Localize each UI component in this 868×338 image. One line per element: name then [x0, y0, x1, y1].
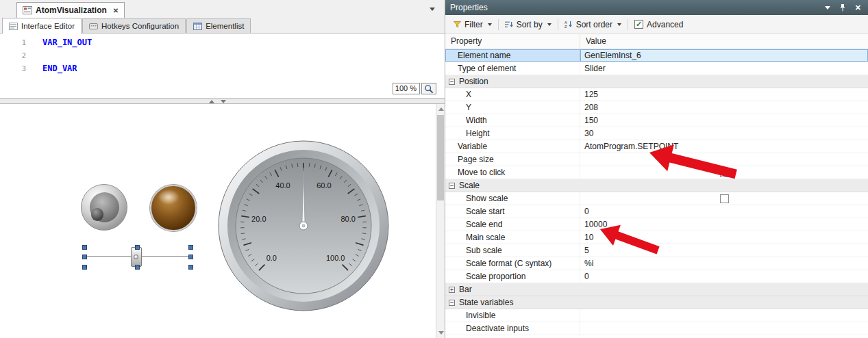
line-number: 1	[0, 36, 33, 49]
tab-interface-editor[interactable]: Interface Editor	[2, 18, 82, 34]
potentiometer-element[interactable]	[81, 184, 127, 231]
property-row[interactable]: Element nameGenElemInst_6	[445, 49, 868, 62]
properties-title-bar[interactable]: Properties ✕	[445, 0, 868, 15]
property-value[interactable]: GenElemInst_6	[580, 49, 868, 62]
selection-handle-bottom-left[interactable]	[82, 265, 87, 270]
collapse-up-icon[interactable]	[209, 100, 214, 103]
property-row[interactable]: Scale proportion0	[445, 270, 868, 283]
property-value[interactable]: 125	[580, 88, 868, 101]
advanced-toggle[interactable]: ✓ Advanced	[632, 20, 686, 29]
property-row[interactable]: Height30	[445, 127, 868, 140]
sort-order-az-icon: A Z	[565, 21, 573, 28]
splitter-grip[interactable]	[209, 100, 226, 103]
filter-button[interactable]: Filter	[451, 20, 495, 29]
property-value[interactable]: 5	[580, 244, 868, 257]
zoom-level-field[interactable]: 100 %	[393, 83, 420, 94]
property-value[interactable]: 30	[580, 127, 868, 140]
scroll-down-icon[interactable]	[438, 331, 444, 335]
close-icon[interactable]: ✕	[855, 4, 861, 12]
property-value[interactable]: AtomProgram.SETPOINT	[580, 140, 868, 153]
slider-element-selected[interactable]	[82, 245, 193, 270]
property-value[interactable]: 0	[580, 270, 868, 283]
window-menu-icon[interactable]	[825, 6, 830, 10]
property-value[interactable]: 10	[580, 231, 868, 244]
selection-handle-top-left[interactable]	[82, 245, 87, 250]
property-value[interactable]: %i	[580, 257, 868, 270]
property-value[interactable]: 208	[580, 101, 868, 114]
property-row[interactable]: Width150	[445, 114, 868, 127]
property-value[interactable]: 150	[580, 114, 868, 127]
sort-by-button[interactable]: Sort by	[502, 20, 554, 29]
code-line[interactable]: 1VAR_IN_OUT	[0, 36, 445, 49]
meter-gauge-element[interactable]: 0.020.040.060.080.0100.0	[218, 140, 389, 311]
property-row[interactable]: Show scale	[445, 192, 868, 205]
property-value[interactable]	[580, 166, 868, 179]
property-row[interactable]: Scale start0	[445, 205, 868, 218]
property-row[interactable]: Sub scale5	[445, 244, 868, 257]
property-row[interactable]: Invisible	[445, 309, 868, 322]
code-text: END_VAR	[33, 62, 77, 75]
scroll-up-icon[interactable]	[438, 107, 444, 111]
property-row[interactable]: Y208	[445, 101, 868, 114]
checkbox[interactable]	[720, 168, 729, 177]
svg-text:60.0: 60.0	[317, 181, 331, 190]
document-tab-atomvisualization[interactable]: AtomVisualization ✕	[16, 2, 125, 18]
expand-icon[interactable]: +	[449, 287, 455, 293]
tab-list-dropdown-icon[interactable]	[430, 8, 435, 11]
column-header-property[interactable]: Property	[445, 34, 580, 49]
property-value[interactable]: 10000	[580, 218, 868, 231]
property-group-row[interactable]: +Bar	[445, 283, 868, 296]
collapse-icon[interactable]: −	[449, 183, 455, 189]
property-row[interactable]: Main scale10	[445, 231, 868, 244]
selection-handle-bottom-right[interactable]	[188, 265, 193, 270]
canvas-vertical-scrollbar[interactable]	[436, 104, 445, 338]
property-value[interactable]	[580, 309, 868, 322]
checkbox[interactable]	[720, 194, 729, 203]
property-value[interactable]	[580, 322, 868, 335]
property-group-row[interactable]: −Position	[445, 75, 868, 88]
tab-title: AtomVisualization	[36, 5, 107, 15]
property-row[interactable]: Deactivate inputs	[445, 322, 868, 335]
property-row[interactable]: X125	[445, 88, 868, 101]
property-value[interactable]	[580, 153, 868, 166]
sort-order-button[interactable]: A Z Sort order	[562, 20, 624, 29]
code-line[interactable]: 2	[0, 49, 445, 62]
property-row[interactable]: Move to click	[445, 166, 868, 179]
visualization-canvas[interactable]: 0.020.040.060.080.0100.0	[0, 104, 445, 338]
property-group-row[interactable]: −State variables	[445, 296, 868, 309]
tab-elementlist[interactable]: Elementlist	[186, 18, 251, 33]
collapse-icon[interactable]: −	[449, 300, 455, 306]
advanced-checkbox[interactable]: ✓	[634, 20, 643, 29]
code-line[interactable]: 3END_VAR	[0, 62, 445, 75]
zoom-button[interactable]	[421, 83, 436, 94]
selection-handle-top-right[interactable]	[188, 245, 193, 250]
scrollbar-thumb[interactable]	[437, 115, 444, 200]
selection-handle-mid-right[interactable]	[188, 255, 193, 259]
property-label: Deactivate inputs	[445, 322, 580, 335]
property-value[interactable]	[580, 192, 868, 205]
property-row[interactable]: Page size	[445, 153, 868, 166]
property-value[interactable]: Slider	[580, 62, 868, 75]
collapse-icon[interactable]: −	[449, 79, 455, 85]
property-row[interactable]: Scale end10000	[445, 218, 868, 231]
property-row[interactable]: Scale format (C syntax)%i	[445, 257, 868, 270]
column-header-value[interactable]: Value	[580, 34, 868, 49]
selection-handle-bottom-center[interactable]	[135, 265, 140, 270]
slider-handle[interactable]	[131, 247, 142, 267]
property-label: Type of element	[445, 62, 580, 75]
property-group-row[interactable]: −Scale	[445, 179, 868, 192]
sort-by-icon	[505, 21, 513, 28]
selection-handle-mid-left[interactable]	[82, 255, 87, 259]
pin-icon[interactable]	[839, 4, 846, 12]
interface-code-editor[interactable]: 1VAR_IN_OUT23END_VAR 100 %	[0, 34, 445, 99]
svg-text:80.0: 80.0	[340, 215, 355, 223]
selection-handle-top-center[interactable]	[135, 245, 140, 250]
tab-close-icon[interactable]: ✕	[113, 7, 119, 14]
tab-hotkeys-configuration[interactable]: Hotkeys Configuration	[82, 18, 186, 33]
lamp-element[interactable]	[150, 185, 197, 231]
editor-canvas-splitter[interactable]	[0, 99, 445, 104]
property-row[interactable]: VariableAtomProgram.SETPOINT	[445, 140, 868, 153]
collapse-down-icon[interactable]	[221, 100, 226, 103]
property-value[interactable]: 0	[580, 205, 868, 218]
property-row[interactable]: Type of elementSlider	[445, 62, 868, 75]
